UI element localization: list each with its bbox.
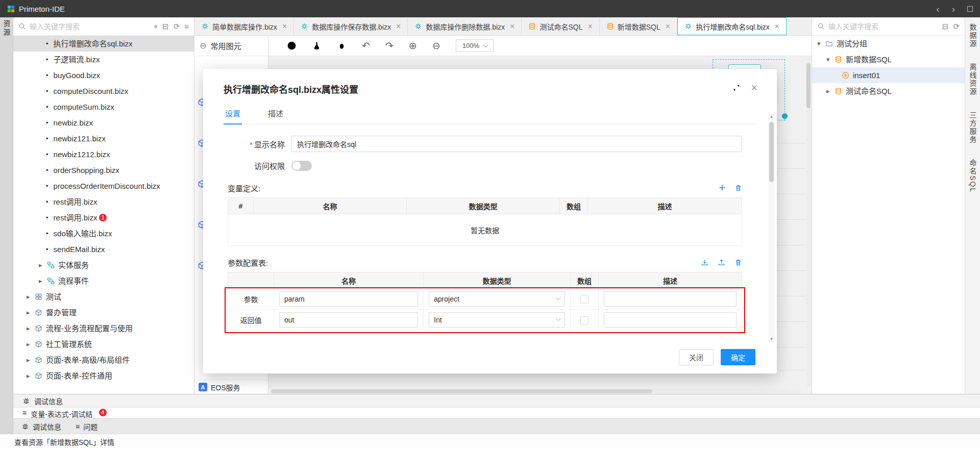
tab-settings[interactable]: 设置 bbox=[224, 104, 242, 124]
locate-icon[interactable]: ⌖ bbox=[154, 22, 158, 30]
tree-item-file[interactable]: •computeSum.bizx bbox=[13, 99, 194, 115]
zoom-level-select[interactable]: 100% bbox=[456, 39, 494, 52]
param-desc-input[interactable] bbox=[604, 291, 737, 307]
caret-right-icon[interactable]: ▸ bbox=[27, 289, 32, 305]
tab-close-icon[interactable]: × bbox=[587, 22, 592, 31]
tree-group[interactable]: ▸流程-业务流程配置与使用 bbox=[13, 320, 194, 336]
param-array-checkbox[interactable] bbox=[580, 316, 589, 325]
run-icon[interactable] bbox=[287, 41, 297, 51]
param-name-input[interactable] bbox=[279, 291, 418, 307]
editor-tab[interactable]: 测试命名SQL× bbox=[522, 17, 599, 35]
debug-subtabs-row[interactable]: ≡ 变量-表达式-调试结 4 bbox=[13, 407, 980, 418]
sql-group-row[interactable]: ▾ 测试分组 bbox=[812, 36, 965, 52]
tree-item-file[interactable]: •newbiz.bizx bbox=[13, 115, 194, 131]
tab-description[interactable]: 描述 bbox=[266, 104, 285, 124]
refresh-icon[interactable]: ⟳ bbox=[174, 22, 180, 30]
debug-bug-icon[interactable] bbox=[337, 41, 347, 51]
resources-tab[interactable]: 资源 bbox=[2, 20, 12, 37]
redo-icon[interactable]: ↷ bbox=[385, 41, 394, 51]
caret-right-icon[interactable]: ▸ bbox=[39, 257, 44, 273]
caret-right-icon[interactable]: ▸ bbox=[826, 83, 831, 99]
caret-right-icon[interactable]: ▸ bbox=[27, 320, 32, 336]
caret-right-icon[interactable]: ▸ bbox=[39, 273, 44, 289]
editor-tab[interactable]: 简单数据库操作.bizx× bbox=[194, 17, 294, 35]
right-tab-named-sql[interactable]: 命名SQL bbox=[968, 159, 978, 193]
export-params-icon[interactable] bbox=[718, 259, 725, 266]
zoom-out-icon[interactable]: ⊖ bbox=[432, 41, 440, 51]
test-flask-icon[interactable] bbox=[312, 41, 322, 51]
editor-tab[interactable]: 数据库操作删除数据.bizx× bbox=[408, 17, 522, 35]
maximize-icon[interactable] bbox=[732, 84, 741, 92]
undo-icon[interactable]: ↶ bbox=[362, 41, 370, 51]
right-tab-thirdparty-service[interactable]: 三方服务 bbox=[968, 111, 978, 144]
tree-item-file[interactable]: •processOrderItemDiscount.bizx bbox=[13, 178, 194, 194]
right-tab-offline-resource[interactable]: 离线资源 bbox=[968, 63, 978, 96]
add-variable-icon[interactable]: + bbox=[719, 182, 725, 193]
param-datatype-select[interactable]: aproject bbox=[429, 291, 565, 307]
palette-header[interactable]: ⊖ 常用图元 bbox=[194, 36, 268, 56]
tree-item-file[interactable]: •sdo输入输出.bizx bbox=[13, 226, 194, 241]
scroll-down-icon[interactable]: ▼ bbox=[768, 337, 775, 341]
tab-close-icon[interactable]: × bbox=[775, 22, 779, 31]
tree-item-file[interactable]: •newbiz121.bizx bbox=[13, 131, 194, 146]
tab-close-icon[interactable]: × bbox=[396, 22, 401, 31]
sql-child-row-selected[interactable]: insert01 bbox=[812, 67, 965, 83]
v-scroll-thumb[interactable] bbox=[806, 63, 811, 108]
tab-close-icon[interactable]: × bbox=[510, 22, 514, 31]
caret-right-icon[interactable]: ▸ bbox=[27, 368, 32, 384]
caret-down-icon[interactable]: ▾ bbox=[826, 52, 831, 67]
collapse-circle-icon[interactable]: ⊖ bbox=[200, 41, 206, 51]
delete-param-icon[interactable] bbox=[734, 259, 742, 266]
tree-item-file[interactable]: •子逻辑流.bizx bbox=[13, 52, 194, 67]
nav-forward-icon[interactable]: › bbox=[952, 4, 955, 14]
debug-panel-header[interactable]: 调试信息 bbox=[13, 394, 980, 407]
canvas-h-scrollbar[interactable] bbox=[271, 389, 800, 393]
tree-group[interactable]: ▸页面-表单-控件通用 bbox=[13, 368, 194, 384]
tree-item-file[interactable]: •rest调用.bizx bbox=[13, 194, 194, 210]
scroll-up-icon[interactable]: ▲ bbox=[768, 114, 775, 119]
h-scroll-thumb[interactable] bbox=[271, 389, 652, 393]
bottom-tab-problems[interactable]: ≡ 问题 bbox=[76, 421, 97, 432]
tab-close-icon[interactable]: × bbox=[282, 22, 287, 31]
editor-tab-active[interactable]: 执行增删改命名sql.bizx× bbox=[677, 17, 787, 35]
caret-right-icon[interactable]: ▸ bbox=[27, 305, 32, 320]
confirm-button[interactable]: 确定 bbox=[721, 349, 755, 365]
menu-icon[interactable]: ≡ bbox=[184, 22, 189, 30]
bottom-tab-debug[interactable]: 调试信息 bbox=[21, 421, 61, 432]
display-name-input[interactable] bbox=[291, 136, 742, 152]
caret-right-icon[interactable]: ▸ bbox=[27, 352, 32, 368]
collapse-all-icon[interactable]: ⊟ bbox=[942, 22, 949, 30]
tree-item-file[interactable]: •newbiz1212.bizx bbox=[13, 146, 194, 162]
param-name-input[interactable] bbox=[279, 312, 418, 328]
collapse-all-icon[interactable]: ⊟ bbox=[162, 22, 169, 30]
tree-item-file[interactable]: •rest调用.bizx1 bbox=[13, 210, 194, 226]
close-button[interactable]: 关闭 bbox=[679, 349, 714, 365]
sql-item-row[interactable]: ▸ 测试命名SQL bbox=[812, 83, 965, 99]
tree-group[interactable]: ▸督办管理 bbox=[13, 305, 194, 320]
palette-group-eos[interactable]: A EOS服务 bbox=[194, 380, 268, 394]
dialog-scrollbar[interactable]: ▲ ▼ bbox=[768, 114, 775, 342]
caret-down-icon[interactable]: ▾ bbox=[817, 36, 822, 52]
tree-item-file[interactable]: •orderShopping.bizx bbox=[13, 162, 194, 178]
right-search-input[interactable] bbox=[828, 22, 939, 31]
sql-item-row[interactable]: ▾ 新增数据SQL bbox=[812, 52, 965, 67]
tree-item-file[interactable]: •执行增删改命名sql.bizx bbox=[13, 36, 194, 52]
tree-item-file[interactable]: •sendEMail.bizx bbox=[13, 241, 194, 257]
param-desc-input[interactable] bbox=[604, 312, 737, 328]
tree-group[interactable]: ▸社工管理系统 bbox=[13, 336, 194, 352]
tree-group[interactable]: ▸测试 bbox=[13, 289, 194, 305]
import-params-icon[interactable] bbox=[701, 259, 708, 266]
refresh-icon[interactable]: ⟳ bbox=[953, 22, 960, 30]
delete-variable-icon[interactable] bbox=[734, 184, 742, 192]
param-array-checkbox[interactable] bbox=[580, 295, 589, 304]
editor-tab[interactable]: 新增数据SQL× bbox=[600, 17, 677, 35]
tree-item-file[interactable]: •computeDiscount.bizx bbox=[13, 83, 194, 99]
param-datatype-select[interactable]: Int bbox=[429, 312, 565, 328]
editor-tab[interactable]: 数据库操作保存数据.bizx× bbox=[294, 17, 408, 35]
access-toggle[interactable] bbox=[291, 161, 312, 171]
window-restore-icon[interactable] bbox=[967, 6, 973, 12]
left-search-input[interactable] bbox=[30, 22, 150, 31]
right-tab-datasource[interactable]: 数据源 bbox=[968, 23, 978, 48]
canvas-v-scrollbar[interactable] bbox=[806, 59, 811, 387]
scroll-thumb[interactable] bbox=[769, 122, 774, 182]
